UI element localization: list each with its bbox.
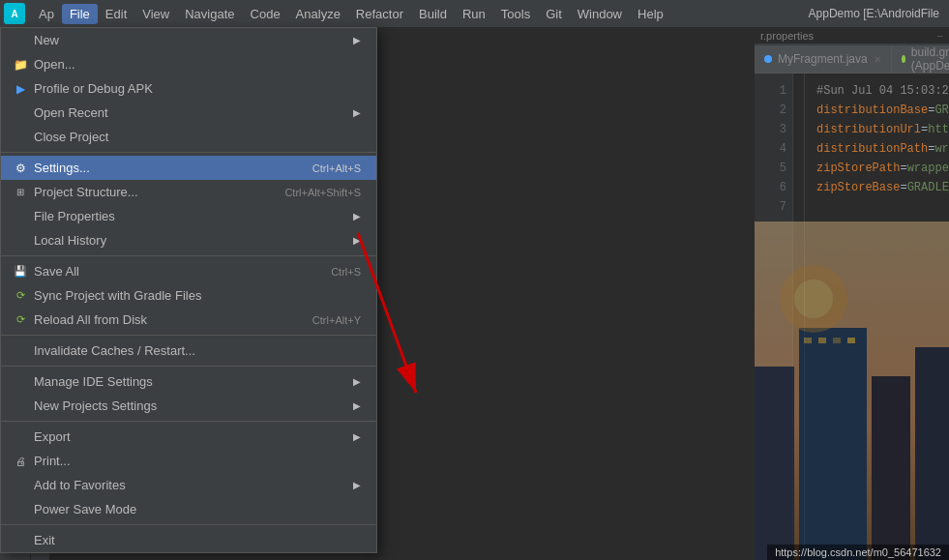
menu-view[interactable]: View <box>134 4 177 24</box>
tab-myfragment[interactable]: MyFragment.java ✕ <box>755 45 892 73</box>
save-all-shortcut: Ctrl+S <box>331 266 361 278</box>
separator-1 <box>1 152 376 153</box>
menu-item-print[interactable]: 🖨 Print... <box>1 449 376 473</box>
code-line-4: distributionPath=wrapper/dists <box>816 139 937 159</box>
separator-2 <box>1 255 376 256</box>
menu-item-save-all[interactable]: 💾 Save All Ctrl+S <box>1 259 376 283</box>
tab-myfragment-label: MyFragment.java <box>778 52 868 66</box>
menu-item-close-project-label: Close Project <box>34 130 361 144</box>
new-projects-arrow-icon: ▶ <box>353 400 361 411</box>
svg-rect-26 <box>915 347 949 560</box>
code-line-2: distributionBase=GRADLE_USER_HOME <box>816 101 937 120</box>
menu-item-manage-ide-label: Manage IDE Settings <box>34 374 347 389</box>
new-arrow-icon: ▶ <box>353 35 361 45</box>
menu-item-open-recent[interactable]: Open Recent ▶ <box>1 101 376 125</box>
menu-window[interactable]: Window <box>570 4 630 24</box>
svg-rect-24 <box>799 328 867 560</box>
tab-bar: MyFragment.java ✕ build.gradle (AppDemo)… <box>755 44 949 74</box>
gradle-file-icon <box>902 55 905 63</box>
project-structure-icon: ⊞ <box>11 187 30 197</box>
menu-item-save-all-label: Save All <box>34 264 331 279</box>
menu-item-new[interactable]: New ▶ <box>1 28 376 52</box>
print-icon: 🖨 <box>11 456 30 467</box>
code-line-1: #Sun Jul 04 15:03:25 CST 2021 <box>816 81 937 101</box>
tab-myfragment-close[interactable]: ✕ <box>874 54 881 65</box>
menu-item-local-history[interactable]: Local History ▶ <box>1 228 376 252</box>
file-menu-dropdown: New ▶ 📁 Open... ▶ Profile or Debug APK O… <box>0 27 377 553</box>
settings-shortcut: Ctrl+Alt+S <box>312 162 361 174</box>
menu-item-file-properties[interactable]: File Properties ▶ <box>1 204 376 228</box>
tab-build-gradle-label: build.gradle (AppDemo) <box>911 45 949 73</box>
editor-area: r.properties − MyFragment.java ✕ build.g… <box>755 27 949 560</box>
file-properties-arrow-icon: ▶ <box>353 211 361 221</box>
window-title: AppDemo [E:\AndroidFile <box>809 7 945 20</box>
code-line-6: zipStoreBase=GRADLE_USER_HOME <box>816 178 937 197</box>
menu-item-file-properties-label: File Properties <box>34 209 347 223</box>
menu-item-invalidate-label: Invalidate Caches / Restart... <box>34 343 361 358</box>
menu-refactor[interactable]: Refactor <box>348 4 411 24</box>
separator-4 <box>1 366 376 367</box>
open-icon: 📁 <box>11 58 30 72</box>
menu-edit[interactable]: Edit <box>98 4 134 24</box>
menu-item-close-project[interactable]: Close Project <box>1 125 376 149</box>
menu-item-open-label: Open... <box>34 57 361 72</box>
menu-item-manage-ide[interactable]: Manage IDE Settings ▶ <box>1 369 376 394</box>
menu-item-local-history-label: Local History <box>34 233 347 248</box>
menu-item-reload-all-label: Reload All from Disk <box>34 312 312 327</box>
menu-item-invalidate[interactable]: Invalidate Caches / Restart... <box>1 339 376 363</box>
svg-rect-40 <box>833 338 841 343</box>
code-editor[interactable]: 1 2 3 4 5 6 7 #Sun Jul 04 15:03:25 CST 2… <box>755 74 949 560</box>
menu-ap[interactable]: Ap <box>31 4 62 24</box>
separator-5 <box>1 421 376 422</box>
menu-item-power-save-label: Power Save Mode <box>34 502 361 516</box>
menu-item-export-label: Export <box>34 429 347 444</box>
add-favorites-arrow-icon: ▶ <box>353 480 361 490</box>
local-history-arrow-icon: ▶ <box>353 235 361 246</box>
menu-item-new-projects-label: New Projects Settings <box>34 398 347 413</box>
menu-item-reload-all[interactable]: ⟳ Reload All from Disk Ctrl+Alt+Y <box>1 308 376 332</box>
menu-navigate[interactable]: Navigate <box>177 4 242 24</box>
sync-gradle-icon: ⟳ <box>11 289 30 302</box>
menu-item-exit[interactable]: Exit <box>1 528 376 552</box>
reload-all-shortcut: Ctrl+Alt+Y <box>312 314 361 326</box>
menu-item-new-label: New <box>34 33 347 47</box>
menu-git[interactable]: Git <box>538 4 570 24</box>
menu-item-sync-gradle[interactable]: ⟳ Sync Project with Gradle Files <box>1 283 376 308</box>
menu-file[interactable]: File <box>62 4 98 24</box>
reload-all-icon: ⟳ <box>11 313 30 326</box>
menu-item-print-label: Print... <box>34 454 361 468</box>
menu-build[interactable]: Build <box>411 4 455 24</box>
menu-item-open[interactable]: 📁 Open... <box>1 52 376 76</box>
menu-item-project-structure[interactable]: ⊞ Project Structure... Ctrl+Alt+Shift+S <box>1 180 376 204</box>
menu-code[interactable]: Code <box>243 4 288 24</box>
menu-item-add-favorites[interactable]: Add to Favorites ▶ <box>1 473 376 497</box>
svg-rect-39 <box>818 338 826 343</box>
tab-build-gradle[interactable]: build.gradle (AppDemo) ✕ <box>892 45 949 73</box>
main-area: Project New ▶ 📁 Open... ▶ Profile or Deb… <box>0 27 949 560</box>
menu-item-add-favorites-label: Add to Favorites <box>34 478 347 492</box>
menu-item-project-structure-label: Project Structure... <box>34 185 284 199</box>
menu-analyze[interactable]: Analyze <box>288 4 348 24</box>
code-line-7 <box>816 197 937 217</box>
svg-point-43 <box>794 280 833 318</box>
menu-tools[interactable]: Tools <box>493 4 538 24</box>
menu-item-power-save[interactable]: Power Save Mode <box>1 497 376 521</box>
svg-rect-25 <box>872 376 910 560</box>
menu-item-sync-gradle-label: Sync Project with Gradle Files <box>34 288 361 303</box>
menu-item-exit-label: Exit <box>34 533 361 547</box>
menu-run[interactable]: Run <box>455 4 493 24</box>
menu-item-new-projects-settings[interactable]: New Projects Settings ▶ <box>1 394 376 418</box>
separator-6 <box>1 524 376 525</box>
menu-item-profile-label: Profile or Debug APK <box>34 81 361 96</box>
menu-item-export[interactable]: Export ▶ <box>1 425 376 449</box>
svg-rect-23 <box>755 367 794 560</box>
settings-icon: ⚙ <box>11 162 30 175</box>
menu-item-settings-label: Settings... <box>34 161 312 175</box>
collapse-button[interactable]: − <box>937 30 943 42</box>
code-line-5: zipStorePath=wrapper/dists <box>816 159 937 178</box>
app-logo: A <box>4 3 25 24</box>
open-recent-arrow-icon: ▶ <box>353 107 361 118</box>
menu-item-profile[interactable]: ▶ Profile or Debug APK <box>1 76 376 101</box>
menu-help[interactable]: Help <box>630 4 671 24</box>
menu-item-settings[interactable]: ⚙ Settings... Ctrl+Alt+S <box>1 156 376 180</box>
